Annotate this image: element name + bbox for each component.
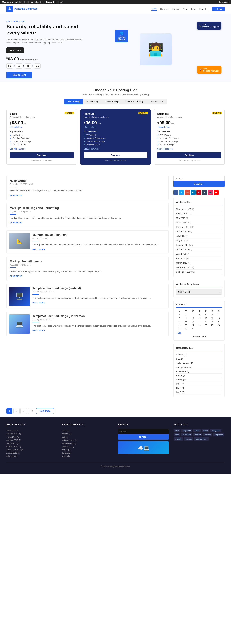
plan-single-see-all[interactable]: See All Features ▾ (10, 148, 25, 150)
tag-chat[interactable]: chat (174, 433, 180, 436)
post-image-alignment-read-more[interactable]: READ MORE (32, 248, 45, 251)
post-text-alignment-read-more[interactable]: READ MORE (10, 275, 22, 277)
archive-item[interactable]: May 2020 (5) (176, 216, 222, 220)
page-2-button[interactable]: 2 (14, 408, 20, 414)
cal-cell[interactable]: 3 (189, 313, 196, 316)
archives-dropdown-select[interactable]: Select Month (176, 289, 222, 294)
archive-item[interactable]: July 2019 (1) (176, 234, 222, 238)
archive-item[interactable]: May 2019 (3) (176, 238, 222, 243)
page-1-button[interactable]: 1 (6, 408, 12, 414)
cal-cell[interactable]: 28 (216, 324, 222, 327)
page-ellipsis-button[interactable]: ... (20, 408, 27, 414)
plan-business-see-all[interactable]: See All Features ▾ (157, 148, 173, 150)
read-more-button[interactable]: Read More (6, 48, 24, 53)
cal-cell[interactable]: 30 (183, 327, 189, 330)
tab-vps-hosting[interactable]: VPS Hosting (83, 99, 102, 104)
category-item[interactable]: Broder (4) (176, 374, 222, 378)
footer-archive-item[interactable]: August 2010 (1) (6, 452, 58, 454)
youtube-icon[interactable]: ▶ (214, 190, 218, 195)
footer-category-item[interactable]: aaaa (4) (62, 429, 113, 432)
footer-archive-item[interactable]: July 2010 (1) (6, 454, 58, 458)
plan-premium-see-all[interactable]: See All Features ▾ (84, 148, 99, 150)
category-item[interactable]: Cat A (3) (176, 382, 222, 386)
nav-about[interactable]: About (182, 8, 188, 10)
tag-categories[interactable]: categories (210, 429, 222, 432)
footer-category-item[interactable]: antiquarianism (1) (62, 438, 113, 442)
cal-cell[interactable]: 31 (189, 327, 196, 330)
nav-support[interactable]: Support (198, 8, 206, 10)
logo[interactable]: VW HOSTING WORDPRESS (6, 6, 38, 12)
facebook-icon[interactable]: f (174, 190, 178, 195)
tag-embeds[interactable]: embeds (174, 437, 183, 440)
tab-wordpress-hosting[interactable]: WordPress Hosting (122, 99, 147, 104)
footer-archive-item[interactable]: January 2013 (5) (6, 432, 58, 436)
cal-prev-link[interactable]: « Sep (176, 332, 181, 334)
footer-search-input[interactable] (118, 429, 169, 434)
footer-archive-item[interactable]: September 2010 (2) (6, 448, 58, 452)
footer-archive-item[interactable]: October 2010 (3) (6, 445, 58, 448)
google-plus-icon[interactable]: G+ (185, 190, 190, 195)
nav-hosting[interactable]: Hosting ▾ (160, 8, 169, 10)
tag-audio[interactable]: audio (202, 429, 209, 432)
cal-cell[interactable]: 11 (196, 316, 203, 320)
archive-item[interactable]: December 2018 (4) (176, 265, 222, 270)
archive-item[interactable]: November 2020 (2) (176, 207, 222, 212)
plan-single-buy-btn[interactable]: Buy Now (10, 152, 74, 158)
cal-cell[interactable]: 19 (203, 320, 209, 324)
sidebar-search-input[interactable] (174, 176, 224, 181)
cal-cell[interactable]: 1 (176, 313, 183, 316)
footer-category-item[interactable]: buying (3) (62, 452, 113, 454)
post-featured-vertical-read-more[interactable]: READ MORE (32, 302, 45, 304)
cal-cell[interactable]: 15 (176, 320, 183, 324)
nav-domain[interactable]: Domain (172, 8, 179, 10)
archive-item[interactable]: September 2018 (2) (176, 270, 222, 274)
footer-search-button[interactable]: SEARCH (118, 434, 169, 440)
cal-cell[interactable]: 9 (183, 316, 189, 320)
archive-item[interactable]: October 2019 (4) (176, 229, 222, 234)
cal-cell[interactable]: 14 (216, 316, 222, 320)
cal-cell[interactable]: 6 (209, 313, 216, 316)
cal-cell[interactable]: 27 (209, 324, 216, 327)
archive-item[interactable]: April 2019 (1) (176, 256, 222, 261)
cal-cell[interactable]: 7 (216, 313, 222, 316)
footer-archive-item[interactable]: March 2012 (5) (6, 436, 58, 438)
footer-category-item[interactable]: border (2) (62, 448, 113, 452)
cal-cell[interactable]: 17 (189, 320, 196, 324)
cal-cell[interactable]: 2 (183, 313, 189, 316)
nav-home[interactable]: Home (152, 8, 157, 10)
page-12-button[interactable]: 12 (28, 408, 35, 414)
language-selector[interactable]: Language ▾ (219, 1, 230, 3)
footer-category-item[interactable]: aciform (1) (62, 432, 113, 436)
tab-business-mail[interactable]: Business Mail (147, 99, 167, 104)
cal-cell[interactable]: 13 (209, 316, 216, 320)
footer-archive-item[interactable]: March 2011 (1) (6, 442, 58, 445)
cal-cell[interactable]: 16 (183, 320, 189, 324)
category-item[interactable]: Antiquarianism (5) (176, 361, 222, 365)
category-item[interactable]: Buying (1) (176, 378, 222, 382)
cal-cell[interactable]: 25 (196, 324, 203, 327)
cal-cell[interactable]: 10 (189, 316, 196, 320)
archive-item[interactable]: December 2019 (2) (176, 225, 222, 229)
instagram-icon[interactable]: 📷 (208, 190, 213, 195)
cal-cell[interactable]: 22 (176, 324, 183, 327)
tag-excerpt[interactable]: excerpt (184, 437, 193, 440)
tag-content[interactable]: content (194, 433, 202, 436)
post-featured-horizontal-read-more[interactable]: READ MORE (32, 330, 45, 332)
tag-aside[interactable]: aside (193, 429, 201, 432)
plan-business-buy-btn[interactable]: Buy Now (157, 152, 221, 158)
cal-cell[interactable]: 23 (183, 324, 189, 327)
cal-cell[interactable]: 20 (209, 320, 216, 324)
tumblr-icon[interactable]: t (202, 190, 207, 195)
cal-cell[interactable]: 8 (176, 316, 183, 320)
category-item[interactable]: Asmodeus (2) (176, 370, 222, 374)
pinterest-icon[interactable]: P (196, 190, 201, 195)
footer-category-item[interactable]: asmodeus (1) (62, 445, 113, 448)
category-item[interactable]: Arrangement (6) (176, 365, 222, 370)
footer-archive-item[interactable]: January 2012 (5) (6, 438, 58, 442)
cal-cell[interactable]: 21 (216, 320, 222, 324)
footer-category-item[interactable]: sub (1) (62, 436, 113, 438)
post-hello-world-read-more[interactable]: READ MORE (10, 194, 22, 196)
claim-deal-button[interactable]: Claim Deal (6, 72, 32, 78)
plan-premium-buy-btn[interactable]: Buy Now (84, 152, 148, 158)
cal-cell[interactable]: 18 (196, 320, 203, 324)
